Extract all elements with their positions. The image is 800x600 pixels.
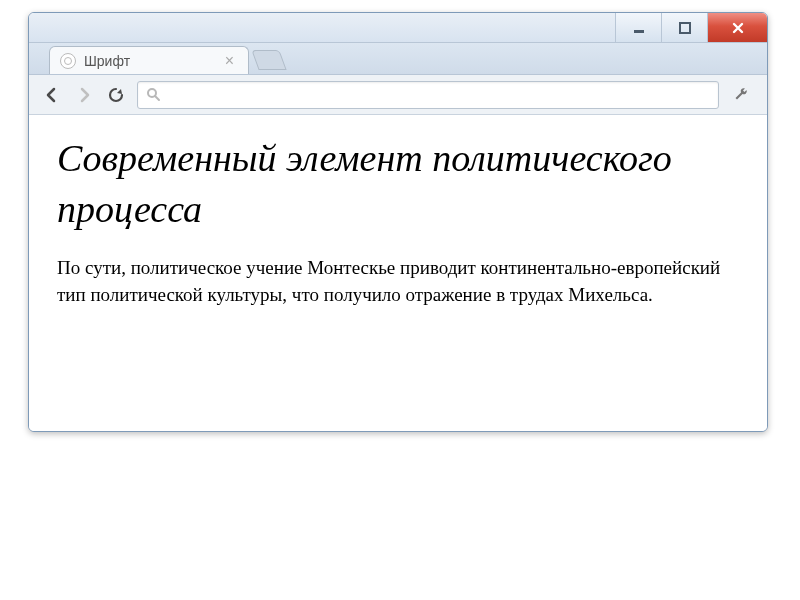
arrow-right-icon xyxy=(75,86,93,104)
navigation-toolbar xyxy=(29,75,767,115)
browser-window: Шрифт × Современн xyxy=(28,12,768,432)
page-paragraph: По сути, политическое учение Монтескье п… xyxy=(57,254,739,309)
new-tab-button[interactable] xyxy=(251,50,286,70)
tab-strip: Шрифт × xyxy=(29,43,767,75)
svg-line-3 xyxy=(155,96,159,100)
window-close-button[interactable] xyxy=(707,13,767,42)
url-input[interactable] xyxy=(167,87,710,103)
window-maximize-button[interactable] xyxy=(661,13,707,42)
svg-rect-1 xyxy=(680,23,690,33)
address-bar[interactable] xyxy=(137,81,719,109)
settings-button[interactable] xyxy=(729,82,755,108)
minimize-icon xyxy=(632,21,646,35)
arrow-left-icon xyxy=(43,86,61,104)
window-minimize-button[interactable] xyxy=(615,13,661,42)
back-button[interactable] xyxy=(41,84,63,106)
search-icon xyxy=(146,87,161,102)
tab-close-button[interactable]: × xyxy=(221,53,238,69)
reload-icon xyxy=(107,86,125,104)
page-content: Современный элемент политического процес… xyxy=(29,115,767,431)
page-heading: Современный элемент политического процес… xyxy=(57,133,739,236)
forward-button[interactable] xyxy=(73,84,95,106)
browser-tab[interactable]: Шрифт × xyxy=(49,46,249,74)
svg-rect-0 xyxy=(634,30,644,33)
wrench-icon xyxy=(733,86,751,104)
maximize-icon xyxy=(678,21,692,35)
reload-button[interactable] xyxy=(105,84,127,106)
window-titlebar xyxy=(29,13,767,43)
globe-icon xyxy=(60,53,76,69)
close-icon xyxy=(731,21,745,35)
tab-title: Шрифт xyxy=(84,53,221,69)
